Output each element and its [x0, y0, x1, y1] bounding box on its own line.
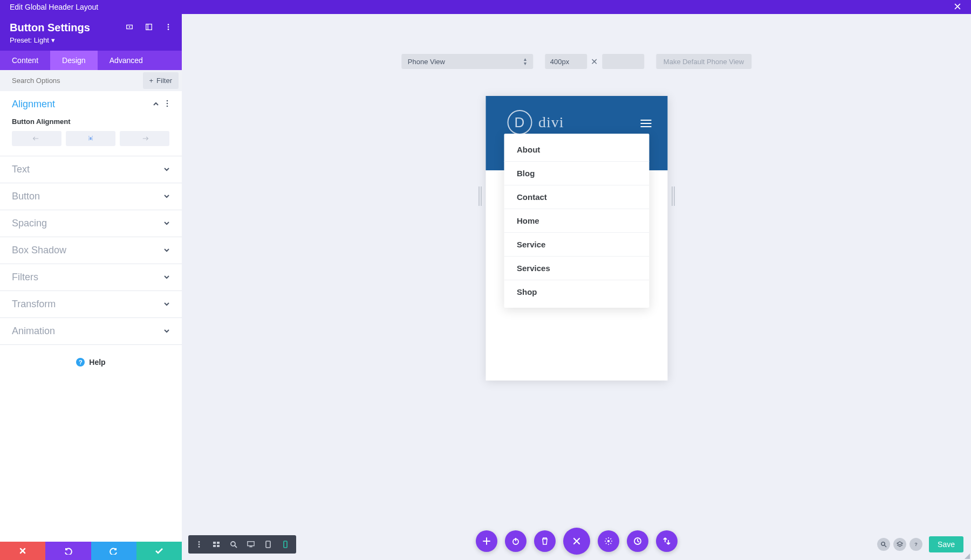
section-box-shadow: Box Shadow	[0, 237, 182, 264]
svg-rect-24	[266, 541, 270, 548]
svg-rect-25	[284, 541, 287, 548]
svg-point-6	[168, 29, 169, 30]
svg-line-21	[235, 545, 237, 548]
filter-button[interactable]: + Filter	[143, 72, 179, 89]
resize-handle-right[interactable]	[672, 186, 675, 206]
builder-action-bar	[476, 528, 678, 555]
chevron-down-icon	[163, 273, 170, 282]
menu-item-shop[interactable]: Shop	[504, 280, 649, 303]
close-builder-button[interactable]	[563, 528, 590, 555]
height-input[interactable]	[602, 54, 644, 69]
width-input[interactable]: 400px	[545, 54, 587, 69]
tab-design[interactable]: Design	[50, 51, 98, 70]
history-button[interactable]	[627, 530, 648, 552]
section-animation-head[interactable]: Animation	[0, 318, 182, 344]
search-page-button[interactable]	[877, 538, 890, 551]
phone-preview: D divi About Blog Contact Home Service S…	[485, 96, 667, 381]
settings-tabs: Content Design Advanced	[0, 51, 182, 70]
svg-point-7	[167, 100, 168, 101]
section-text-head[interactable]: Text	[0, 156, 182, 183]
preview-canvas: Phone View ▴▾ 400px ✕ Make Default Phone…	[182, 14, 971, 560]
preset-selector[interactable]: Preset: Light ▾	[10, 36, 172, 44]
site-logo[interactable]: D divi	[507, 110, 564, 135]
settings-sidebar: Button Settings Preset: Light ▾ Content …	[0, 14, 182, 560]
section-button-head[interactable]: Button	[0, 183, 182, 210]
section-button: Button	[0, 183, 182, 210]
svg-rect-22	[248, 542, 254, 546]
topbar-title: Edit Global Header Layout	[10, 3, 98, 11]
more-icon[interactable]	[165, 23, 172, 33]
settings-panel: Alignment Button Alignment Text But	[0, 91, 182, 542]
more-icon[interactable]	[165, 100, 170, 109]
section-filters: Filters	[0, 264, 182, 291]
make-default-button[interactable]: Make Default Phone View	[656, 54, 751, 69]
apply-button[interactable]	[136, 542, 182, 560]
search-input[interactable]	[0, 71, 143, 90]
menu-item-home[interactable]: Home	[504, 209, 649, 233]
help-page-button[interactable]: ?	[910, 538, 922, 551]
svg-rect-18	[213, 545, 216, 547]
svg-point-14	[199, 544, 200, 545]
section-spacing-head[interactable]: Spacing	[0, 210, 182, 237]
svg-line-31	[885, 545, 886, 547]
settings-button[interactable]	[598, 530, 619, 552]
layers-button[interactable]	[893, 538, 906, 551]
section-box-shadow-title: Box Shadow	[12, 245, 66, 256]
tab-advanced[interactable]: Advanced	[98, 51, 155, 70]
undo-button[interactable]	[45, 542, 91, 560]
close-icon[interactable]	[954, 3, 961, 12]
svg-point-28	[607, 540, 609, 542]
toolbar-more-button[interactable]	[190, 535, 208, 554]
dimension-separator: ✕	[587, 57, 602, 67]
mobile-menu: About Blog Contact Home Service Services…	[504, 134, 649, 308]
right-action-bar: ? Save	[877, 536, 963, 552]
zoom-button[interactable]	[225, 535, 242, 554]
chevron-down-icon	[163, 192, 170, 202]
chevron-up-icon	[153, 100, 159, 109]
svg-point-1	[129, 26, 131, 27]
chevron-down-icon	[163, 300, 170, 309]
settings-title: Button Settings	[10, 22, 90, 34]
help-icon: ?	[76, 358, 85, 367]
expand-icon[interactable]	[126, 23, 133, 33]
view-mode-select[interactable]: Phone View ▴▾	[401, 54, 533, 69]
align-right-button[interactable]	[120, 131, 169, 146]
section-box-shadow-head[interactable]: Box Shadow	[0, 237, 182, 264]
svg-point-4	[168, 24, 169, 25]
svg-point-5	[168, 26, 169, 27]
align-center-button[interactable]	[66, 131, 115, 146]
power-button[interactable]	[505, 530, 526, 552]
discard-button[interactable]	[0, 542, 45, 560]
align-left-button[interactable]	[12, 131, 61, 146]
resize-corner[interactable]	[963, 552, 971, 560]
resize-handle-left[interactable]	[478, 186, 482, 206]
help-button[interactable]: ? Help	[0, 345, 182, 379]
menu-item-contact[interactable]: Contact	[504, 185, 649, 209]
svg-point-9	[167, 105, 168, 107]
svg-point-30	[881, 542, 885, 545]
desktop-view-button[interactable]	[242, 535, 259, 554]
menu-item-services[interactable]: Services	[504, 257, 649, 280]
menu-item-service[interactable]: Service	[504, 233, 649, 257]
wireframe-view-button[interactable]	[208, 535, 225, 554]
phone-view-button[interactable]	[277, 535, 294, 554]
layout-icon[interactable]	[145, 23, 153, 33]
tablet-view-button[interactable]	[259, 535, 277, 554]
save-button[interactable]: Save	[929, 536, 963, 552]
filter-label: Filter	[156, 77, 172, 85]
section-text: Text	[0, 156, 182, 183]
chevron-down-icon: ▾	[51, 36, 55, 44]
tab-content[interactable]: Content	[0, 51, 50, 70]
section-transform-head[interactable]: Transform	[0, 291, 182, 317]
portability-button[interactable]	[656, 530, 678, 552]
section-filters-head[interactable]: Filters	[0, 264, 182, 291]
delete-button[interactable]	[534, 530, 556, 552]
section-alignment-head[interactable]: Alignment	[0, 91, 182, 117]
preset-label: Preset: Light	[10, 36, 49, 44]
hamburger-icon[interactable]	[640, 117, 651, 129]
redo-button[interactable]	[91, 542, 136, 560]
menu-item-about[interactable]: About	[504, 138, 649, 162]
menu-item-blog[interactable]: Blog	[504, 162, 649, 185]
add-button[interactable]	[476, 530, 497, 552]
help-label: Help	[89, 358, 105, 367]
